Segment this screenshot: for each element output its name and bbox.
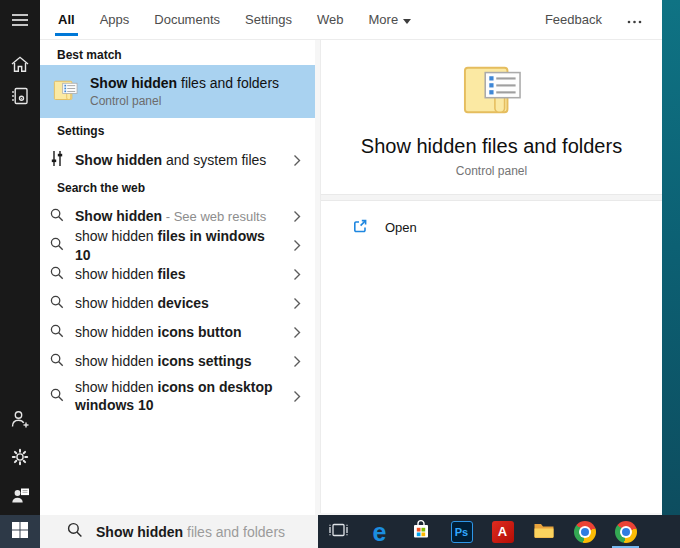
- search-icon: [50, 353, 64, 370]
- search-filter-tabbar: All Apps Documents Settings Web More Fee…: [40, 0, 662, 40]
- file-explorer-icon: [533, 521, 555, 542]
- home-button[interactable]: [0, 50, 40, 80]
- ellipsis-icon: [627, 12, 642, 27]
- search-results-panel: Best match Show hidden files and folders…: [40, 40, 315, 515]
- tab-apps[interactable]: Apps: [100, 0, 130, 40]
- taskbar-search-input[interactable]: Show hidden files and folders: [40, 515, 318, 548]
- tab-settings[interactable]: Settings: [245, 0, 292, 40]
- folder-options-icon-large: [459, 104, 525, 121]
- open-action[interactable]: Open: [321, 208, 662, 246]
- web-suggestion-row[interactable]: show hidden icons on desktop windows 10: [40, 376, 315, 416]
- acrobat-reader-icon: A: [492, 521, 514, 543]
- home-icon: [10, 55, 30, 76]
- preview-subtitle: Control panel: [321, 164, 662, 178]
- tab-web[interactable]: Web: [317, 0, 344, 40]
- web-suggestion-row[interactable]: show hidden icons button: [40, 318, 315, 347]
- result-preview-panel: Show hidden files and folders Control pa…: [320, 40, 662, 513]
- start-button[interactable]: [0, 515, 40, 548]
- search-sidebar: [0, 0, 40, 515]
- feedback-button[interactable]: Feedback: [545, 0, 602, 40]
- sign-in-button[interactable]: [0, 405, 40, 435]
- chevron-right-icon: [293, 355, 301, 368]
- tab-all-label: All: [58, 12, 75, 27]
- chrome-icon: [574, 521, 596, 543]
- chevron-right-icon: [293, 390, 301, 403]
- microsoft-store-icon: [410, 519, 432, 544]
- search-icon: [67, 522, 83, 542]
- windows-logo-icon: [12, 522, 28, 541]
- best-match-result[interactable]: Show hidden files and folders Control pa…: [40, 65, 315, 118]
- edge-icon: e: [373, 521, 387, 543]
- chrome-button[interactable]: [564, 515, 605, 548]
- web-suggestion-row[interactable]: show hidden files: [40, 260, 315, 289]
- chrome-icon: [615, 521, 637, 543]
- acrobat-reader-button[interactable]: A: [482, 515, 523, 548]
- search-icon: [50, 295, 64, 312]
- tab-apps-label: Apps: [100, 12, 130, 27]
- open-in-new-icon: [352, 218, 368, 237]
- task-view-button[interactable]: [318, 515, 359, 548]
- tab-documents-label: Documents: [154, 12, 220, 27]
- chrome-button-active[interactable]: [605, 515, 646, 548]
- edge-button[interactable]: e: [359, 515, 400, 548]
- chevron-right-icon: [293, 210, 301, 223]
- best-match-text: Show hidden files and folders Control pa…: [90, 75, 279, 108]
- sliders-icon: [50, 150, 64, 170]
- preview-header: Show hidden files and folders Control pa…: [321, 40, 662, 178]
- tab-web-label: Web: [317, 12, 344, 27]
- chevron-right-icon: [293, 268, 301, 281]
- task-view-icon: [328, 522, 349, 542]
- more-options-button[interactable]: [627, 0, 642, 40]
- settings-button[interactable]: [0, 443, 40, 473]
- search-icon: [50, 208, 64, 225]
- chevron-down-icon: [403, 12, 411, 27]
- notebook-button[interactable]: [0, 82, 40, 112]
- search-icon: [50, 266, 64, 283]
- chevron-right-icon: [293, 326, 301, 339]
- search-icon: [50, 237, 64, 254]
- web-suggestion-row[interactable]: show hidden icons settings: [40, 347, 315, 376]
- section-header-settings: Settings: [40, 123, 315, 139]
- file-explorer-button[interactable]: [523, 515, 564, 548]
- section-header-best-match: Best match: [40, 47, 315, 63]
- notebook-icon: [11, 86, 30, 109]
- open-label: Open: [385, 220, 417, 235]
- search-icon: [50, 388, 64, 405]
- preview-divider: [321, 194, 662, 201]
- menu-button[interactable]: [0, 6, 40, 36]
- best-match-title: Show hidden files and folders: [90, 75, 279, 91]
- hamburger-icon: [11, 13, 29, 30]
- section-header-search-web: Search the web: [40, 180, 315, 196]
- feedback-label: Feedback: [545, 12, 602, 27]
- person-add-icon: [11, 409, 30, 432]
- tab-documents[interactable]: Documents: [154, 0, 220, 40]
- chevron-right-icon: [293, 154, 301, 167]
- chevron-right-icon: [293, 297, 301, 310]
- tab-more[interactable]: More: [369, 0, 412, 40]
- folder-options-icon: [52, 78, 79, 106]
- tab-more-label: More: [369, 12, 399, 27]
- best-match-subtitle: Control panel: [90, 94, 279, 108]
- web-suggestion-row[interactable]: show hidden files in windows 10: [40, 231, 315, 260]
- person-photo-icon: [11, 486, 30, 507]
- taskbar: Show hidden files and folders e Ps A: [0, 515, 680, 548]
- desktop-wallpaper-strip: [662, 0, 680, 515]
- preview-title: Show hidden files and folders: [321, 135, 662, 158]
- settings-result-text: Show hidden and system files: [75, 152, 266, 168]
- account-picture-button[interactable]: [0, 481, 40, 511]
- web-suggestion-row[interactable]: show hidden devices: [40, 289, 315, 318]
- web-suggestions: Show hidden - See web results show hidde…: [40, 202, 315, 416]
- chevron-right-icon: [293, 239, 301, 252]
- gear-icon: [11, 448, 29, 469]
- tab-settings-label: Settings: [245, 12, 292, 27]
- search-icon: [50, 324, 64, 341]
- photoshop-button[interactable]: Ps: [441, 515, 482, 548]
- tab-all[interactable]: All: [58, 0, 75, 40]
- microsoft-store-button[interactable]: [400, 515, 441, 548]
- photoshop-icon: Ps: [451, 521, 473, 543]
- settings-result[interactable]: Show hidden and system files: [40, 146, 315, 174]
- search-text: Show hidden files and folders: [96, 523, 285, 541]
